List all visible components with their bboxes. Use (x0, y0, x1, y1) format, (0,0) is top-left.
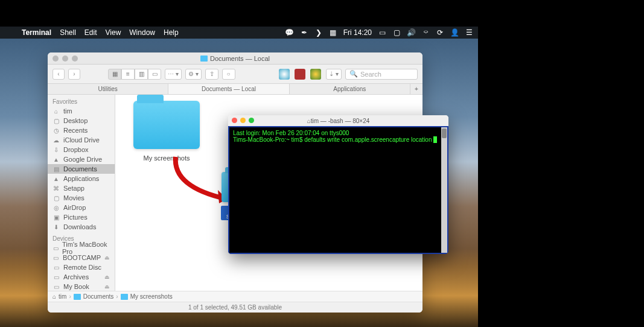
path-segment[interactable]: Documents (83, 293, 114, 300)
sidebar-item-recents[interactable]: ◷Recents (48, 125, 115, 135)
user-icon[interactable]: 👤 (450, 28, 459, 37)
sidebar-icon: ▤ (53, 165, 60, 173)
menubar-clock[interactable]: Fri 14:20 (343, 28, 372, 37)
path-segment[interactable]: My screenshots (130, 293, 173, 300)
sidebar-item-label: Remote Disc (63, 264, 101, 271)
app-icon[interactable] (279, 69, 290, 80)
chevron-right-icon[interactable]: ❯ (314, 28, 323, 37)
sidebar-item-label: Setapp (63, 185, 84, 192)
sidebar-item-dropbox[interactable]: ⇩Dropbox (48, 145, 115, 154)
app-icon[interactable] (310, 69, 321, 80)
home-icon: ⌂ (53, 293, 56, 300)
sidebar-icon: ▢ (53, 194, 60, 202)
sidebar-item-label: Tim's MacBook Pro (62, 241, 110, 255)
sidebar-device-archives[interactable]: ▭Archives⏏ (48, 272, 115, 282)
forward-button[interactable]: › (68, 69, 80, 80)
sidebar-item-movies[interactable]: ▢Movies (48, 193, 115, 203)
drive-icon: ▭ (53, 254, 59, 261)
sidebar-item-documents[interactable]: ▤Documents (48, 164, 115, 174)
sidebar-item-icloud-drive[interactable]: ☁iCloud Drive (48, 135, 115, 145)
sidebar-item-label: Desktop (63, 117, 88, 124)
sidebar-item-pictures[interactable]: ▣Pictures (48, 212, 115, 222)
finder-titlebar[interactable]: Documents — Local (48, 52, 422, 65)
sync-icon[interactable]: ⟳ (436, 28, 444, 37)
scrollbar-thumb[interactable] (442, 129, 447, 138)
tab-applications[interactable]: Applications (290, 84, 410, 94)
eject-icon[interactable]: ⏏ (104, 274, 110, 280)
app-icon[interactable] (295, 69, 305, 80)
new-tab-button[interactable]: + (410, 84, 422, 94)
menubar: Terminal Shell Edit View Window Help 💬 ✒… (0, 27, 478, 39)
apple-icon[interactable] (5, 28, 13, 37)
sidebar-icon: ⇩ (53, 146, 60, 153)
sidebar-item-applications[interactable]: ▲Applications (48, 174, 115, 183)
column-view-button[interactable]: ▥ (135, 69, 148, 80)
sidebar-item-desktop[interactable]: ▢Desktop (48, 116, 115, 125)
terminal-line: Last login: Mon Feb 26 20:07:04 on ttys0… (233, 130, 349, 136)
sidebar-item-label: Archives (63, 273, 89, 281)
chat-icon[interactable]: 💬 (285, 28, 294, 37)
share-button[interactable]: ⇪ (205, 69, 218, 80)
battery-icon[interactable]: ▭ (378, 28, 386, 37)
calendar-icon[interactable]: ▦ (329, 28, 337, 37)
path-segment[interactable]: tim (59, 293, 66, 300)
search-input[interactable]: 🔍 Search (345, 69, 418, 80)
traffic-lights[interactable] (53, 56, 78, 62)
menubar-item[interactable]: Shell (60, 28, 76, 37)
scrollbar[interactable] (441, 127, 447, 253)
sidebar-item-google-drive[interactable]: ▲Google Drive (48, 154, 115, 164)
terminal-content[interactable]: Last login: Mon Feb 26 20:07:04 on ttys0… (228, 126, 448, 254)
sidebar-device-my-book[interactable]: ▭My Book⏏ (48, 282, 115, 291)
search-placeholder: Search (360, 71, 381, 78)
folder-icon (121, 294, 128, 300)
drive-icon: ▭ (53, 244, 59, 252)
sidebar-item-label: Google Drive (63, 156, 102, 163)
sidebar-item-setapp[interactable]: ⌘Setapp (48, 183, 115, 193)
tab-documents[interactable]: Documents — Local (168, 84, 289, 94)
arrange-button[interactable]: ⋯ ▾ (165, 69, 182, 80)
eject-icon[interactable]: ⏏ (104, 284, 110, 290)
sidebar-device-remote-disc[interactable]: ▭Remote Disc (48, 262, 115, 272)
tab-utilities[interactable]: Utilities (48, 84, 168, 94)
sidebar-device-tim-s-macbook-pro[interactable]: ▭Tim's MacBook Pro (48, 243, 115, 253)
sidebar-icon: ⌂ (53, 107, 60, 115)
eject-icon[interactable]: ⏏ (104, 255, 110, 261)
sidebar-item-downloads[interactable]: ⬇Downloads (48, 222, 115, 232)
display-icon[interactable]: ▢ (392, 28, 401, 37)
tags-button[interactable]: ○ (222, 69, 235, 80)
action-button[interactable]: ⚙ ▾ (185, 69, 202, 80)
volume-icon[interactable]: 🔊 (407, 28, 415, 37)
window-title: Documents — Local (210, 55, 270, 62)
status-text: 1 of 1 selected, 49.51 GB available (188, 304, 282, 311)
menubar-item[interactable]: View (106, 28, 121, 37)
folder-icon (74, 294, 81, 300)
menubar-item[interactable]: Help (164, 28, 179, 37)
sidebar-icon: ⌘ (53, 185, 60, 192)
menubar-item[interactable]: Edit (84, 28, 97, 37)
back-button[interactable]: ‹ (53, 69, 65, 80)
terminal-titlebar[interactable]: ⌂ tim — -bash — 80×24 (228, 115, 448, 126)
menubar-item[interactable]: Window (129, 28, 155, 37)
ink-icon[interactable]: ✒ (300, 28, 308, 37)
folder-item[interactable]: My screenshots (127, 101, 206, 163)
list-view-button[interactable]: ≡ (121, 69, 135, 80)
finder-sidebar: Favorites ⌂tim▢Desktop◷Recents☁iCloud Dr… (48, 95, 115, 291)
path-bar[interactable]: ⌂ tim Documents My screenshots (48, 291, 422, 302)
folder-label: My screenshots (141, 154, 192, 162)
sidebar-item-tim[interactable]: ⌂tim (48, 106, 115, 116)
sidebar-device-bootcamp[interactable]: ▭BOOTCAMP⏏ (48, 253, 115, 262)
gallery-view-button[interactable]: ▭ (148, 69, 161, 80)
cursor-icon (433, 136, 437, 143)
menubar-app[interactable]: Terminal (22, 28, 51, 37)
dropbox-toolbar-icon[interactable]: ⇣ ▾ (326, 69, 342, 80)
sidebar-item-label: My Book (63, 283, 89, 290)
list-icon[interactable]: ☰ (465, 28, 473, 37)
icon-view-button[interactable]: ▦ (108, 69, 121, 80)
sidebar-icon: ⬇ (53, 223, 60, 230)
wifi-icon[interactable]: ⌔ (421, 28, 430, 37)
sidebar-item-airdrop[interactable]: ◎AirDrop (48, 203, 115, 212)
view-switcher[interactable]: ▦ ≡ ▥ ▭ (108, 69, 161, 80)
sidebar-icon: ▲ (53, 175, 60, 182)
terminal-window: ⌂ tim — -bash — 80×24 Last login: Mon Fe… (228, 115, 448, 254)
traffic-lights[interactable] (232, 118, 254, 123)
